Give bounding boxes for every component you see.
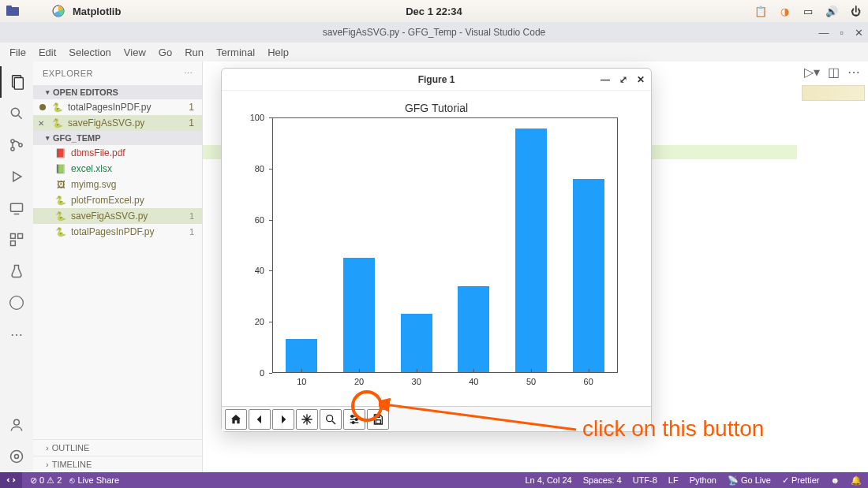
status-lang[interactable]: Python: [690, 475, 716, 485]
menu-view[interactable]: View: [119, 45, 151, 60]
activity-account-icon[interactable]: [0, 409, 33, 441]
toolbar-configure-button[interactable]: [343, 409, 365, 430]
figure-titlebar[interactable]: Figure 1 — ⤢ ✕: [222, 69, 651, 91]
menu-go[interactable]: Go: [154, 45, 177, 60]
status-liveshare[interactable]: ⎋ Live Share: [69, 475, 119, 485]
py-file-icon: 🐍: [55, 226, 66, 237]
status-feedback-icon[interactable]: ☻: [830, 475, 840, 485]
status-prettier[interactable]: ✓ Prettier: [782, 475, 820, 486]
indicator-icon[interactable]: ◑: [778, 5, 791, 17]
file-item[interactable]: 📕dbmsFile.pdf: [33, 145, 202, 161]
bar: [515, 129, 547, 372]
clipboard-icon[interactable]: 📋: [754, 5, 767, 17]
menu-help[interactable]: Help: [263, 45, 294, 60]
menu-run[interactable]: Run: [180, 45, 208, 60]
screen-icon[interactable]: ▭: [802, 5, 814, 17]
status-cursor[interactable]: Ln 4, Col 24: [525, 475, 571, 485]
close-icon[interactable]: ✕: [38, 119, 44, 128]
minimap[interactable]: [802, 85, 865, 101]
outline-section[interactable]: OUTLINE: [33, 439, 202, 456]
window-close-icon[interactable]: ✕: [855, 27, 863, 39]
window-restore-icon[interactable]: ▫: [840, 27, 844, 39]
timeline-section[interactable]: TIMELINE: [33, 456, 202, 472]
files-app-icon[interactable]: [6, 5, 19, 17]
toolbar-save-button[interactable]: [367, 409, 389, 430]
activity-debug-icon[interactable]: [0, 161, 33, 192]
volume-icon[interactable]: 🔊: [825, 5, 838, 17]
toolbar-pan-button[interactable]: [296, 409, 318, 430]
activity-testing-icon[interactable]: [0, 255, 33, 287]
bar: [286, 339, 317, 372]
power-icon[interactable]: ⏻: [849, 5, 862, 17]
status-bell-icon[interactable]: 🔔: [851, 475, 862, 486]
status-encoding[interactable]: UTF-8: [633, 475, 657, 485]
remote-indicator[interactable]: [0, 472, 22, 488]
window-minimize-icon[interactable]: —: [818, 27, 829, 39]
svg-line-21: [332, 421, 335, 424]
svg-rect-4: [14, 78, 23, 90]
file-item[interactable]: 🐍totalPagesInPDF.py1: [33, 224, 202, 240]
file-item[interactable]: 🖼myimg.svg: [33, 177, 202, 192]
menu-edit[interactable]: Edit: [34, 45, 61, 60]
activity-remote-icon[interactable]: [0, 192, 33, 224]
file-item[interactable]: 🐍saveFigAsSVG.py1: [33, 208, 202, 224]
svg-point-16: [10, 296, 24, 310]
status-bar: ⊘ 0 ⚠ 2 ⎋ Live Share Ln 4, Col 24 Spaces…: [0, 472, 868, 488]
menu-file[interactable]: File: [5, 45, 31, 60]
folder-section[interactable]: GFG_TEMP: [33, 131, 202, 145]
toolbar-forward-button[interactable]: [272, 409, 294, 430]
file-name: saveFigAsSVG.py: [71, 210, 148, 222]
file-item[interactable]: 📗excel.xlsx: [33, 161, 202, 177]
file-name: excel.xlsx: [71, 163, 112, 174]
activity-extensions-icon[interactable]: [0, 224, 33, 255]
bar: [573, 179, 604, 372]
open-editor-item[interactable]: ✕🐍saveFigAsSVG.py1: [33, 115, 202, 131]
activity-github-icon[interactable]: [0, 287, 33, 319]
svg-point-8: [11, 147, 14, 151]
activity-explorer-icon[interactable]: [0, 66, 33, 98]
activity-more-icon[interactable]: ⋯: [0, 319, 33, 350]
activity-scm-icon[interactable]: [0, 129, 33, 161]
figure-title: Figure 1: [418, 74, 455, 85]
y-tick-label: 0: [222, 368, 269, 378]
status-problems[interactable]: ⊘ 0 ⚠ 2: [30, 475, 62, 486]
menu-terminal[interactable]: Terminal: [211, 45, 260, 60]
svg-marker-10: [13, 172, 21, 181]
run-dropdown-icon[interactable]: ▷▾: [804, 65, 820, 80]
svg-rect-11: [11, 203, 23, 211]
figure-minimize-icon[interactable]: —: [600, 74, 610, 85]
activity-settings-icon[interactable]: [0, 441, 33, 472]
matplotlib-icon: [52, 5, 65, 17]
svg-file-icon: 🖼: [55, 179, 66, 190]
file-name: plotFromExcel.py: [71, 195, 144, 206]
py-file-icon: 🐍: [55, 210, 66, 222]
toolbar-zoom-button[interactable]: [320, 409, 342, 430]
explorer-more-icon[interactable]: ⋯: [184, 69, 193, 79]
y-tick-label: 100: [222, 113, 269, 122]
bar: [401, 314, 432, 372]
svg-rect-28: [376, 415, 380, 417]
file-item[interactable]: 🐍plotFromExcel.py: [33, 192, 202, 208]
vscode-titlebar: saveFigAsSVG.py - GFG_Temp - Visual Stud…: [0, 22, 868, 43]
bar: [343, 258, 375, 372]
toolbar-home-button[interactable]: [225, 409, 247, 430]
split-editor-icon[interactable]: ◫: [828, 65, 840, 80]
figure-maximize-icon[interactable]: ⤢: [619, 74, 627, 85]
svg-line-6: [19, 116, 22, 119]
open-editors-section[interactable]: OPEN EDITORS: [33, 85, 202, 99]
figure-close-icon[interactable]: ✕: [637, 74, 645, 85]
file-name: dbmsFile.pdf: [71, 147, 125, 158]
matplotlib-window: Figure 1 — ⤢ ✕ GFG Tutorial 102030405060…: [221, 68, 652, 432]
menu-selection[interactable]: Selection: [64, 45, 115, 60]
activity-search-icon[interactable]: [0, 98, 33, 129]
open-editor-item[interactable]: 🐍totalPagesInPDF.py1: [33, 99, 202, 115]
status-eol[interactable]: LF: [668, 475, 679, 485]
toolbar-back-button[interactable]: [249, 409, 271, 430]
x-tick-label: 60: [584, 372, 593, 386]
chart-title: GFG Tutorial: [222, 102, 651, 114]
menu-bar: FileEditSelectionViewGoRunTerminalHelp: [0, 43, 868, 61]
editor-more-icon[interactable]: ⋯: [847, 65, 860, 80]
status-spaces[interactable]: Spaces: 4: [583, 475, 622, 485]
status-golive[interactable]: 📡 Go Live: [728, 475, 771, 486]
svg-point-5: [11, 108, 19, 116]
